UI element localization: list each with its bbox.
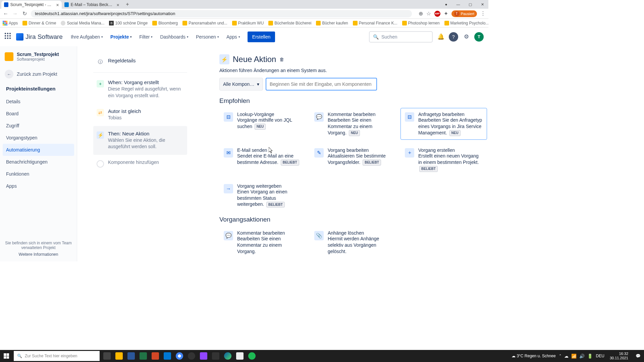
notifications-icon[interactable]: 🔔 [436, 32, 445, 42]
project-name: Scrum_Testprojekt [17, 52, 59, 57]
circle-icon [97, 160, 104, 168]
chevron-down-icon: ▾ [217, 35, 219, 39]
action-card-edit-comment[interactable]: 💬 Kommentar bearbeitenBearbeiten Sie ein… [310, 108, 396, 140]
search-icon: 🔍 [373, 34, 379, 40]
create-button[interactable]: Erstellen [248, 32, 275, 42]
search-input[interactable]: 🔍 Suchen [369, 31, 433, 43]
back-to-project[interactable]: ← Zurück zum Projekt [0, 66, 77, 82]
rule-step-condition[interactable]: ⇄ Autor ist gleich Tobias [93, 104, 187, 126]
action-card-send-email[interactable]: ✉ E-Mail sendenSendet eine E-Mail an ein… [219, 144, 306, 176]
window-controls: ● — ▢ ✕ [440, 0, 488, 9]
extensions-icon[interactable]: ✦ [444, 10, 448, 17]
more-info-link[interactable]: Weitere Informationen [5, 252, 72, 257]
panel-subtitle: Aktionen führen Änderungen an einem Syst… [219, 68, 488, 73]
sidebar-item-apps[interactable]: Apps [0, 180, 77, 192]
nav-people[interactable]: Personen▾ [193, 34, 222, 40]
project-header: Scrum_Testprojekt Softwareprojekt [0, 52, 77, 66]
nav-dashboards[interactable]: Dashboards▾ [157, 34, 191, 40]
bookmark-item[interactable]: Dinner & Crime [22, 21, 56, 25]
bookmark-item[interactable]: B100 schöne Dinge [109, 21, 148, 25]
delete-icon[interactable]: 🗑 [279, 57, 284, 62]
sidebar-item-board[interactable]: Board [0, 108, 77, 120]
profile-chip[interactable]: T Pausiert [451, 10, 477, 17]
zoom-icon[interactable]: ⊕ [419, 10, 423, 17]
comment-icon: 💬 [314, 112, 324, 122]
plus-icon: ＋ [405, 148, 414, 158]
rule-step-action[interactable]: ⚡ Then: Neue Aktion Wählen Sie eine Akti… [93, 126, 187, 155]
maximize-button[interactable]: ▢ [464, 0, 476, 9]
abp-extension-icon[interactable]: ABP [434, 11, 440, 17]
bookmark-item[interactable]: Bücherliste Bücherei [268, 21, 311, 25]
user-avatar[interactable]: T [474, 32, 484, 42]
nav-apps[interactable]: Apps▾ [224, 34, 243, 40]
nav-filters[interactable]: Filter▾ [137, 34, 155, 40]
action-card-edit-issue[interactable]: ✎ Vorgang bearbeitenAktualisieren Sie be… [310, 144, 396, 176]
nav-projects[interactable]: Projekte▾ [108, 34, 135, 40]
bolt-icon: ⚡ [97, 131, 104, 139]
bookmark-item[interactable]: Marketing Psycholo... [444, 21, 488, 25]
sidebar-item-access[interactable]: Zugriff [0, 120, 77, 132]
browser-tab-inactive[interactable]: E-Mail – Tobias Becker – Outlook ✕ [62, 1, 122, 9]
bookmark-item[interactable]: Praktikum WU [232, 21, 264, 25]
chevron-down-icon: ▾ [238, 35, 240, 39]
menu-icon[interactable]: ⋮ [480, 10, 486, 17]
bookmark-apps[interactable]: Apps [3, 21, 18, 25]
recommended-cards: ⊟ Lookup-VorgängeVorgänge mithilfe von J… [219, 108, 488, 211]
action-card-transition-issue[interactable]: → Vorgang weitergebenEinen Vorgang an ei… [219, 180, 306, 212]
forward-button[interactable]: → [12, 11, 18, 17]
rule-step-when[interactable]: + When: Vorgang erstellt Diese Regel wir… [93, 75, 187, 104]
chevron-down-icon: ▾ [257, 81, 259, 87]
browser-tab-active[interactable]: Scrum_Testprojekt - Details - Jira ✕ [1, 1, 62, 9]
sidebar-item-automation[interactable]: Automatisierung [3, 144, 74, 156]
minimize-button[interactable]: — [452, 0, 464, 9]
settings-dot-icon[interactable]: ● [440, 0, 452, 9]
bookmark-item[interactable]: Bloomberg [152, 21, 178, 25]
action-card-delete-attachments[interactable]: 📎 Anhänge löschenHiermit werden Anhänge … [310, 227, 396, 258]
nav-your-work[interactable]: Ihre Aufgaben▾ [68, 34, 106, 40]
action-selection-panel: ⚡ Neue Aktion 🗑 Aktionen führen Änderung… [187, 46, 488, 261]
app-switcher-icon[interactable] [5, 33, 13, 41]
close-button[interactable]: ✕ [476, 0, 488, 9]
sidebar-item-features[interactable]: Funktionen [0, 168, 77, 180]
project-sidebar: Scrum_Testprojekt Softwareprojekt ← Zurü… [0, 46, 77, 261]
bookmark-item[interactable]: Bücher kaufen [316, 21, 348, 25]
tab-title: E-Mail – Tobias Becker – Outlook [71, 2, 114, 7]
plus-icon: + [97, 80, 104, 87]
info-icon: ⓘ [97, 58, 104, 66]
bookmark-item[interactable]: Personal Finance K... [353, 21, 397, 25]
rule-details-link[interactable]: ⓘ Regeldetails [93, 53, 187, 70]
section-recommended: Empfohlen [219, 97, 488, 105]
bolt-icon: ⚡ [219, 54, 229, 64]
outlook-favicon [64, 2, 69, 7]
sidebar-item-details[interactable]: Details [0, 96, 77, 108]
component-category-dropdown[interactable]: Alle Komponent... ▾ [219, 78, 263, 90]
bookmark-item[interactable]: Social Media Mana... [61, 21, 104, 25]
add-component-button[interactable]: Komponente hinzufügen [93, 155, 187, 172]
close-icon[interactable]: ✕ [116, 3, 119, 6]
jira-header: Jira Software Ihre Aufgaben▾ Projekte▾ F… [0, 27, 488, 46]
new-tab-button[interactable]: + [124, 1, 131, 8]
action-card-edit-comment-2[interactable]: 💬 Kommentar bearbeitenBearbeiten Sie ein… [219, 227, 306, 258]
close-icon[interactable]: ✕ [56, 3, 59, 6]
help-icon[interactable]: ? [449, 32, 458, 42]
action-card-lookup-issues[interactable]: ⊟ Lookup-VorgängeVorgänge mithilfe von J… [219, 108, 306, 140]
sidebar-item-notifications[interactable]: Benachrichtigungen [0, 156, 77, 168]
attachment-icon: 📎 [314, 231, 324, 240]
automation-content: ⓘ Regeldetails + When: Vorgang erstellt … [77, 46, 488, 261]
jira-logo[interactable]: Jira Software [16, 33, 63, 41]
action-card-edit-request-type[interactable]: ⊟ Anfragetyp bearbeitenBearbeiten Sie de… [400, 108, 487, 140]
bookmark-item[interactable]: Panoramabahn und... [182, 21, 227, 25]
arrow-right-icon: → [224, 184, 233, 193]
bookmark-star-icon[interactable]: ☆ [426, 10, 431, 17]
action-card-create-issue[interactable]: ＋ Vorgang erstellenErstellt einen neuen … [400, 144, 487, 176]
bookmark-item[interactable]: Photoshop lernen [402, 21, 440, 25]
section-issue-actions: Vorgangsaktionen [219, 216, 488, 223]
sidebar-item-issue-types[interactable]: Vorgangstypen [0, 132, 77, 144]
address-bar[interactable]: testdeutsch1.atlassian.net/jira/software… [31, 10, 412, 17]
component-filter-input[interactable] [266, 78, 377, 90]
jira-logo-icon [16, 33, 23, 41]
back-button[interactable]: ← [3, 11, 9, 17]
reload-button[interactable]: ↻ [21, 10, 28, 17]
browser-tab-strip: Scrum_Testprojekt - Details - Jira ✕ E-M… [0, 0, 488, 9]
settings-icon[interactable]: ⚙ [462, 32, 471, 42]
